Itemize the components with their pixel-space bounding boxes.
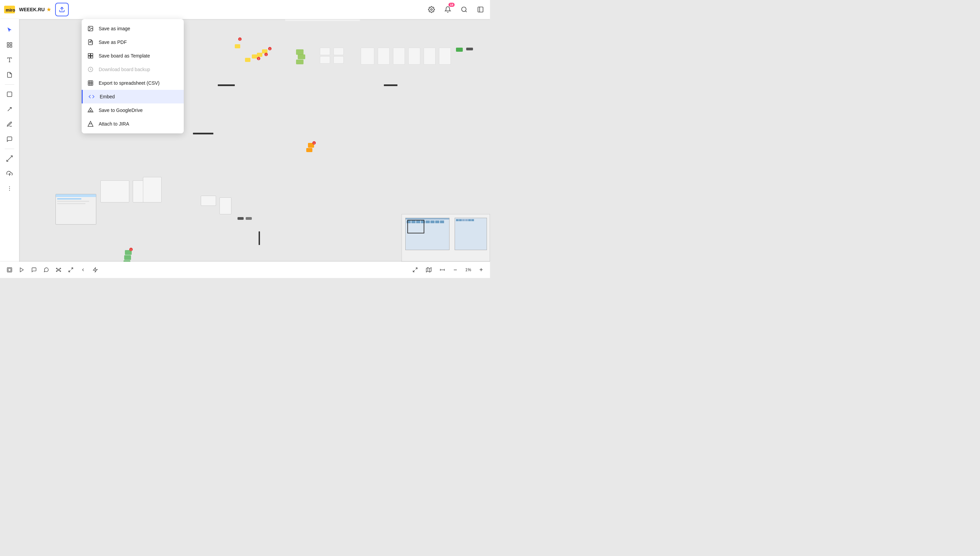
svg-point-18	[9, 190, 10, 191]
zoom-level-display: 1%	[463, 267, 474, 272]
svg-point-16	[9, 186, 10, 187]
mini-map	[402, 214, 490, 262]
bottom-left-tools	[4, 264, 101, 275]
export-csv-icon	[87, 80, 94, 86]
embed-label: Embed	[100, 94, 115, 99]
svg-line-43	[69, 270, 71, 272]
chat-btn[interactable]	[41, 264, 52, 275]
upload-tool[interactable]	[3, 167, 16, 180]
download-backup-item[interactable]: Download board backup	[82, 63, 184, 76]
svg-rect-5	[478, 7, 483, 12]
bottom-toolbar-right: − 1% +	[410, 264, 486, 275]
save-as-image-item[interactable]: Save as image	[82, 22, 184, 36]
logo: miro	[4, 5, 15, 14]
board-name: WEEEK.RU ★	[19, 7, 51, 12]
save-as-image-icon	[87, 25, 94, 32]
notifications-icon[interactable]: 18	[442, 4, 453, 15]
lightning-btn[interactable]	[90, 264, 101, 275]
export-csv-item[interactable]: Export to spreadsheet (CSV)	[82, 76, 184, 90]
mindmap-btn[interactable]	[53, 264, 64, 275]
svg-point-3	[431, 9, 433, 11]
svg-marker-47	[426, 267, 431, 272]
save-as-image-label: Save as image	[98, 26, 130, 31]
miro-logo-icon: miro	[4, 5, 15, 14]
fit-to-screen-btn[interactable]	[410, 264, 421, 275]
save-as-template-item[interactable]: Save board as Template	[82, 49, 184, 63]
svg-point-34	[56, 268, 57, 269]
jira-icon	[87, 120, 94, 127]
select-tool[interactable]	[3, 23, 16, 37]
comment-bottom-btn[interactable]	[29, 264, 39, 275]
save-googledrive-label: Save to GoogleDrive	[98, 108, 142, 113]
embed-item[interactable]: Embed	[82, 90, 184, 103]
attach-jira-item[interactable]: Attach to JIRA	[82, 117, 184, 131]
present-btn[interactable]	[16, 264, 27, 275]
shapes-tool[interactable]	[3, 87, 16, 101]
svg-rect-9	[10, 45, 12, 47]
save-as-pdf-label: Save as PDF	[98, 39, 127, 45]
svg-line-14	[7, 156, 13, 162]
svg-point-35	[60, 268, 61, 269]
share-button[interactable]	[55, 3, 69, 16]
crop-tool[interactable]	[3, 152, 16, 165]
pen-tool[interactable]	[3, 117, 16, 131]
text-tool[interactable]	[3, 53, 16, 67]
svg-point-20	[89, 27, 90, 28]
more-tools[interactable]	[3, 182, 16, 195]
svg-point-4	[462, 7, 466, 11]
frames-tool[interactable]	[3, 38, 16, 52]
attach-jira-label: Attach to JIRA	[98, 121, 129, 126]
sticky-tool[interactable]	[3, 68, 16, 82]
save-as-template-icon	[87, 52, 94, 59]
search-icon[interactable]	[459, 4, 470, 15]
svg-rect-23	[88, 56, 90, 58]
svg-line-46	[413, 270, 415, 272]
svg-rect-8	[7, 45, 9, 47]
notifications-badge: 18	[449, 3, 455, 7]
svg-line-40	[57, 270, 58, 271]
sidebar-toggle-icon[interactable]	[475, 4, 486, 15]
svg-point-37	[60, 271, 61, 272]
save-as-pdf-item[interactable]: Save as PDF	[82, 36, 184, 49]
settings-icon[interactable]	[426, 4, 437, 15]
bottom-toolbar: − 1% +	[0, 262, 490, 278]
toolbar-separator-1	[5, 84, 14, 85]
svg-line-45	[415, 268, 417, 270]
googledrive-icon	[87, 107, 94, 114]
svg-line-39	[59, 269, 60, 270]
zoom-out-btn[interactable]: −	[450, 265, 460, 275]
svg-text:miro: miro	[6, 8, 15, 13]
svg-marker-44	[93, 267, 97, 272]
connector-tool[interactable]	[3, 102, 16, 116]
toolbar-separator-2	[5, 149, 14, 149]
comment-tool[interactable]	[3, 133, 16, 146]
svg-rect-22	[91, 53, 93, 55]
collapse-btn[interactable]	[77, 264, 89, 275]
svg-line-42	[71, 268, 73, 270]
svg-rect-7	[10, 42, 12, 44]
svg-rect-24	[91, 56, 93, 58]
map-view-btn[interactable]	[423, 264, 434, 275]
save-googledrive-item[interactable]: Save to GoogleDrive	[82, 103, 184, 117]
svg-line-41	[59, 270, 60, 271]
save-as-pdf-icon	[87, 39, 94, 45]
header: miro WEEEK.RU ★ 18	[0, 0, 490, 19]
fit-width-btn[interactable]	[437, 264, 448, 275]
svg-line-38	[57, 269, 58, 270]
frames-bottom-btn[interactable]	[4, 264, 15, 275]
export-csv-label: Export to spreadsheet (CSV)	[98, 80, 160, 86]
svg-rect-12	[7, 92, 12, 97]
star-icon: ★	[47, 7, 51, 12]
export-dropdown-menu: Save as image Save as PDF Save board as …	[82, 19, 184, 133]
svg-line-13	[8, 108, 11, 111]
save-as-template-label: Save board as Template	[98, 53, 150, 58]
svg-rect-31	[8, 268, 11, 271]
svg-point-17	[9, 188, 10, 189]
screenshot-btn[interactable]	[65, 264, 76, 275]
download-backup-icon	[87, 66, 94, 73]
download-backup-label: Download board backup	[98, 67, 150, 72]
svg-rect-21	[88, 53, 90, 55]
svg-marker-32	[20, 268, 23, 272]
zoom-in-btn[interactable]: +	[476, 265, 486, 275]
left-toolbar	[0, 19, 19, 278]
